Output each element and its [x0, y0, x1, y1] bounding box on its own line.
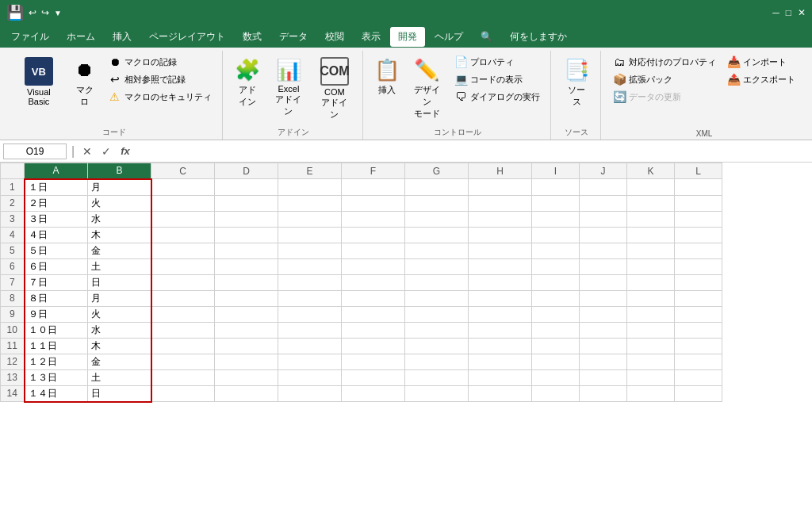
cell-b2[interactable]: 火	[88, 195, 151, 211]
cell-l12[interactable]	[675, 354, 722, 369]
row-header-9[interactable]: 9	[1, 306, 25, 322]
cell-e10[interactable]	[278, 322, 342, 338]
cell-e4[interactable]	[278, 227, 342, 243]
menu-insert[interactable]: 挿入	[105, 27, 140, 47]
cell-j3[interactable]	[580, 211, 627, 227]
row-header-11[interactable]: 11	[1, 338, 25, 354]
cell-c14[interactable]	[151, 385, 215, 402]
cell-h4[interactable]	[469, 227, 532, 243]
col-header-k[interactable]: K	[627, 163, 675, 179]
cell-e14[interactable]	[278, 385, 342, 402]
cell-a6[interactable]: ６日	[25, 258, 88, 274]
cell-h8[interactable]	[469, 290, 532, 306]
cell-g11[interactable]	[405, 338, 469, 354]
cell-e12[interactable]	[278, 354, 342, 369]
cell-j8[interactable]	[580, 290, 627, 306]
quick-access-more[interactable]: ▼	[54, 9, 62, 17]
col-header-c[interactable]: C	[151, 163, 215, 179]
cell-g3[interactable]	[405, 211, 469, 227]
cell-d1[interactable]	[215, 179, 278, 196]
cell-e7[interactable]	[278, 274, 342, 290]
name-box[interactable]	[3, 144, 67, 159]
cell-f6[interactable]	[342, 258, 405, 274]
cell-i9[interactable]	[532, 306, 580, 322]
cell-e8[interactable]	[278, 290, 342, 306]
cell-k13[interactable]	[627, 369, 675, 385]
row-header-3[interactable]: 3	[1, 211, 25, 227]
cell-a12[interactable]: １２日	[25, 354, 88, 369]
cell-d5[interactable]	[215, 243, 278, 258]
cell-i4[interactable]	[532, 227, 580, 243]
cell-f3[interactable]	[342, 211, 405, 227]
cell-h12[interactable]	[469, 354, 532, 369]
cell-h14[interactable]	[469, 385, 532, 402]
cell-e5[interactable]	[278, 243, 342, 258]
cell-f4[interactable]	[342, 227, 405, 243]
cell-g10[interactable]	[405, 322, 469, 338]
cell-a11[interactable]: １１日	[25, 338, 88, 354]
cell-k6[interactable]	[627, 258, 675, 274]
cell-b7[interactable]: 日	[88, 274, 151, 290]
addin-button[interactable]: 🧩 アドイン	[231, 54, 264, 111]
col-header-h[interactable]: H	[469, 163, 532, 179]
maximize-button[interactable]: □	[786, 7, 791, 18]
cell-d4[interactable]	[215, 227, 278, 243]
cell-k10[interactable]	[627, 322, 675, 338]
insert-function-button[interactable]: fx	[117, 145, 133, 157]
cell-f5[interactable]	[342, 243, 405, 258]
cell-d9[interactable]	[215, 306, 278, 322]
menu-developer[interactable]: 開発	[390, 27, 425, 47]
cell-j11[interactable]	[580, 338, 627, 354]
cell-l11[interactable]	[675, 338, 722, 354]
excel-addin-button[interactable]: 📊 Excelアドイン	[267, 54, 310, 121]
visual-basic-button[interactable]: VB Visual Basic	[13, 54, 65, 109]
cell-b13[interactable]: 土	[88, 369, 151, 385]
row-header-4[interactable]: 4	[1, 227, 25, 243]
cell-l9[interactable]	[675, 306, 722, 322]
cell-a10[interactable]: １０日	[25, 322, 88, 338]
cell-b6[interactable]: 土	[88, 258, 151, 274]
cell-a1[interactable]: １日	[25, 179, 88, 196]
cell-i12[interactable]	[532, 354, 580, 369]
cell-d3[interactable]	[215, 211, 278, 227]
cell-a9[interactable]: ９日	[25, 306, 88, 322]
cell-c7[interactable]	[151, 274, 215, 290]
cell-b4[interactable]: 木	[88, 227, 151, 243]
cell-h11[interactable]	[469, 338, 532, 354]
cell-k11[interactable]	[627, 338, 675, 354]
cell-g1[interactable]	[405, 179, 469, 196]
cell-d11[interactable]	[215, 338, 278, 354]
cell-h13[interactable]	[469, 369, 532, 385]
cell-k2[interactable]	[627, 195, 675, 211]
cell-l2[interactable]	[675, 195, 722, 211]
cell-g13[interactable]	[405, 369, 469, 385]
cell-i7[interactable]	[532, 274, 580, 290]
col-header-a[interactable]: A	[25, 163, 88, 179]
cell-g14[interactable]	[405, 385, 469, 402]
cell-j9[interactable]	[580, 306, 627, 322]
cell-l3[interactable]	[675, 211, 722, 227]
cell-j1[interactable]	[580, 179, 627, 196]
cell-l10[interactable]	[675, 322, 722, 338]
formula-input[interactable]	[136, 144, 809, 159]
row-header-10[interactable]: 10	[1, 322, 25, 338]
row-header-13[interactable]: 13	[1, 369, 25, 385]
cell-c4[interactable]	[151, 227, 215, 243]
cell-l4[interactable]	[675, 227, 722, 243]
cell-j14[interactable]	[580, 385, 627, 402]
cell-e11[interactable]	[278, 338, 342, 354]
macro-button[interactable]: ⏺ マクロ	[68, 54, 102, 111]
cell-j4[interactable]	[580, 227, 627, 243]
cell-i1[interactable]	[532, 179, 580, 196]
menu-help[interactable]: ヘルプ	[427, 27, 471, 47]
cell-a13[interactable]: １３日	[25, 369, 88, 385]
cell-c5[interactable]	[151, 243, 215, 258]
cell-i8[interactable]	[532, 290, 580, 306]
row-header-5[interactable]: 5	[1, 243, 25, 258]
cell-h10[interactable]	[469, 322, 532, 338]
cell-i3[interactable]	[532, 211, 580, 227]
minimize-button[interactable]: ─	[772, 7, 779, 18]
cell-l5[interactable]	[675, 243, 722, 258]
cell-i6[interactable]	[532, 258, 580, 274]
cell-f13[interactable]	[342, 369, 405, 385]
